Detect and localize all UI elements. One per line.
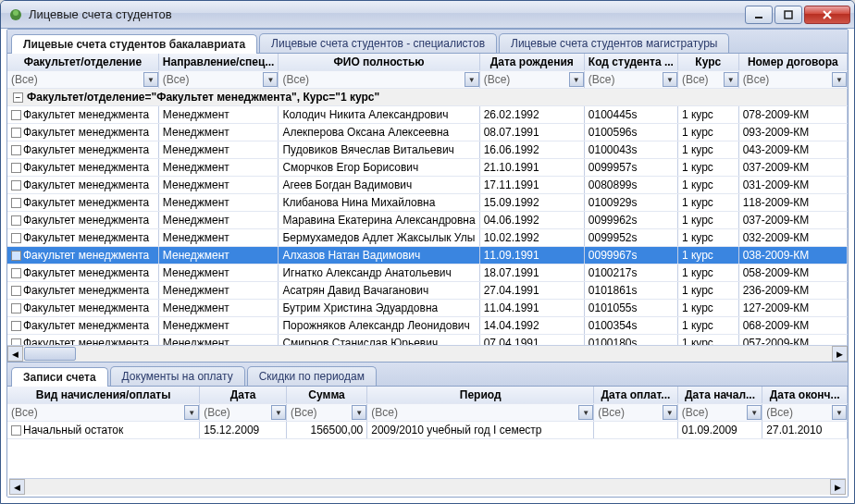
table-cell: 0100354s (584, 317, 677, 335)
students-grid[interactable]: Факультет/отделениеНаправление/спец...ФИ… (7, 54, 848, 352)
dropdown-icon[interactable]: ▼ (263, 72, 278, 87)
detail-filter-cell[interactable]: (Все)▼ (594, 404, 678, 422)
horizontal-scrollbar[interactable]: ◀ ▶ (7, 345, 848, 362)
table-row[interactable]: Факультет менеджментаМенеджментСморчков … (7, 159, 848, 177)
table-cell: 1 курс (677, 194, 738, 212)
dropdown-icon[interactable]: ▼ (465, 72, 479, 87)
table-row[interactable]: Факультет менеджментаМенеджментАгеев Бог… (7, 177, 848, 194)
table-cell: 0100596s (584, 124, 677, 141)
filter-cell[interactable]: (Все)▼ (158, 71, 279, 89)
table-row[interactable]: Факультет менеджментаМенеджментМаравина … (7, 212, 848, 229)
row-checkbox[interactable] (11, 180, 21, 191)
column-header[interactable]: Дата рождения (479, 54, 584, 71)
main-tab-2[interactable]: Лицевые счета студентов магистратуры (499, 33, 729, 53)
detail-column-header[interactable]: Дата оконч... (762, 387, 848, 404)
collapse-icon[interactable]: − (13, 92, 23, 103)
dropdown-icon[interactable]: ▼ (352, 405, 366, 420)
dropdown-icon[interactable]: ▼ (663, 405, 677, 420)
table-cell: Факультет менеджмента (7, 159, 158, 177)
dropdown-icon[interactable]: ▼ (663, 72, 677, 87)
column-header[interactable]: Код студента ... (584, 54, 677, 71)
dropdown-icon[interactable]: ▼ (271, 405, 286, 420)
table-row[interactable]: Факультет менеджментаМенеджментКлибанова… (7, 194, 848, 212)
filter-cell[interactable]: (Все)▼ (677, 71, 738, 89)
row-checkbox[interactable] (11, 251, 21, 261)
filter-cell[interactable]: (Все)▼ (479, 71, 584, 89)
detail-column-header[interactable]: Сумма (286, 387, 366, 404)
table-cell: Менеджмент (158, 264, 279, 282)
dropdown-icon[interactable]: ▼ (578, 405, 593, 420)
detail-horizontal-scrollbar[interactable]: ◀ ▶ (9, 478, 846, 495)
table-cell: Факультет менеджмента (7, 300, 158, 317)
row-checkbox[interactable] (11, 286, 21, 296)
table-row[interactable]: Факультет менеджментаМенеджментПудовиков… (7, 141, 848, 159)
detail-column-header[interactable]: Вид начисления/оплаты (7, 387, 200, 404)
records-grid[interactable]: Вид начисления/оплатыДатаСуммаПериодДата… (7, 387, 848, 439)
dropdown-icon[interactable]: ▼ (724, 72, 738, 87)
dropdown-icon[interactable]: ▼ (747, 405, 762, 420)
main-tab-1[interactable]: Лицевые счета студентов - специалистов (259, 33, 497, 53)
filter-cell[interactable]: (Все)▼ (7, 71, 158, 89)
minimize-button[interactable] (745, 6, 773, 24)
table-row[interactable]: Факультет менеджментаМенеджментБутрим Хр… (7, 300, 848, 317)
detail-column-header[interactable]: Дата (200, 387, 287, 404)
detail-tab-1[interactable]: Документы на оплату (110, 366, 245, 386)
row-checkbox[interactable] (11, 321, 21, 331)
table-cell: Бермухамедов Адлет Жаксылык Улы (279, 229, 479, 247)
column-header[interactable]: Курс (677, 54, 738, 71)
detail-scroll-left-button[interactable]: ◀ (9, 479, 25, 495)
row-checkbox[interactable] (11, 425, 21, 436)
detail-filter-cell[interactable]: (Все)▼ (200, 404, 287, 422)
detail-scroll-right-button[interactable]: ▶ (830, 479, 846, 495)
detail-column-header[interactable]: Дата оплат... (594, 387, 678, 404)
filter-cell[interactable]: (Все)▼ (584, 71, 677, 89)
filter-cell[interactable]: (Все)▼ (279, 71, 479, 89)
dropdown-icon[interactable]: ▼ (832, 405, 847, 420)
table-row[interactable]: Факультет менеджментаМенеджментАлхазов Н… (7, 247, 848, 264)
filter-cell[interactable]: (Все)▼ (738, 71, 847, 89)
scroll-right-button[interactable]: ▶ (832, 346, 848, 362)
dropdown-icon[interactable]: ▼ (569, 72, 584, 87)
table-row[interactable]: Факультет менеджментаМенеджментБермухаме… (7, 229, 848, 247)
detail-filter-cell[interactable]: (Все)▼ (286, 404, 366, 422)
table-cell: 1 курс (677, 229, 738, 247)
table-row[interactable]: Факультет менеджментаМенеджментАсатрян Д… (7, 282, 848, 300)
group-header[interactable]: −Факультет/отделение="Факультет менеджме… (7, 89, 848, 106)
row-checkbox[interactable] (11, 110, 21, 120)
scroll-thumb[interactable] (24, 347, 76, 361)
detail-table-row[interactable]: Начальный остаток15.12.2009156500,002009… (7, 422, 848, 439)
row-checkbox[interactable] (11, 215, 21, 226)
column-header[interactable]: Номер договора (738, 54, 847, 71)
row-checkbox[interactable] (11, 303, 21, 313)
row-checkbox[interactable] (11, 163, 21, 173)
table-cell: 27.04.1991 (479, 282, 584, 300)
close-button[interactable] (804, 6, 850, 24)
row-checkbox[interactable] (11, 128, 21, 138)
detail-filter-cell[interactable]: (Все)▼ (677, 404, 762, 422)
main-tab-0[interactable]: Лицевые счета студентов бакалавриата (11, 34, 257, 54)
detail-filter-cell[interactable]: (Все)▼ (762, 404, 848, 422)
maximize-button[interactable] (774, 6, 802, 24)
table-row[interactable]: Факультет менеджментаМенеджментАлекперов… (7, 124, 848, 141)
table-row[interactable]: Факультет менеджментаМенеджментКолодич Н… (7, 106, 848, 124)
table-row[interactable]: Факультет менеджментаМенеджментИгнатко А… (7, 264, 848, 282)
table-row[interactable]: Факультет менеджментаМенеджментПорожняко… (7, 317, 848, 335)
row-checkbox[interactable] (11, 268, 21, 278)
row-checkbox[interactable] (11, 145, 21, 155)
detail-column-header[interactable]: Период (367, 387, 594, 404)
detail-filter-cell[interactable]: (Все)▼ (367, 404, 594, 422)
dropdown-icon[interactable]: ▼ (143, 72, 158, 87)
row-checkbox[interactable] (11, 198, 21, 208)
dropdown-icon[interactable]: ▼ (184, 405, 199, 420)
detail-filter-cell[interactable]: (Все)▼ (7, 404, 200, 422)
row-checkbox[interactable] (11, 233, 21, 243)
column-header[interactable]: Направление/спец... (158, 54, 279, 71)
detail-tab-0[interactable]: Записи счета (11, 367, 108, 387)
column-header[interactable]: Факультет/отделение (7, 54, 158, 71)
column-header[interactable]: ФИО полностью (279, 54, 479, 71)
dropdown-icon[interactable]: ▼ (832, 72, 847, 87)
scroll-left-button[interactable]: ◀ (7, 346, 23, 362)
detail-tab-2[interactable]: Скидки по периодам (247, 366, 377, 386)
detail-column-header[interactable]: Дата начал... (677, 387, 762, 404)
table-cell: Менеджмент (158, 194, 279, 212)
